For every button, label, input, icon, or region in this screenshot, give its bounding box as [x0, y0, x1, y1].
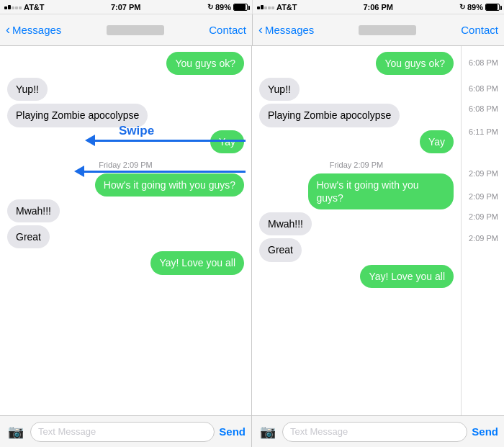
bubble: Yay — [420, 130, 454, 153]
chat-panel-right: You guys ok? Yup!! Playing Zombie apocol… — [252, 46, 504, 447]
msg-row: Yup!! — [7, 78, 244, 101]
nav-bar: ‹ Messages Contact ‹ Messages Contact — [0, 14, 504, 46]
bubble: Yay! Love you all — [360, 265, 454, 288]
bubble: Great — [259, 238, 302, 261]
send-button-left[interactable]: Send — [219, 425, 246, 438]
bubble: Great — [7, 225, 50, 248]
text-input-placeholder-right: Text Message — [290, 426, 348, 437]
timestamp: 2:09 PM — [464, 207, 501, 226]
battery-label-right: 89% — [467, 3, 483, 12]
input-bar-right: 📷 Text Message Send — [252, 415, 504, 447]
send-button-right[interactable]: Send — [472, 425, 498, 438]
msg-row: Playing Zombie apocolypse — [259, 104, 454, 127]
text-input-right[interactable]: Text Message — [282, 422, 467, 442]
back-label-left: Messages — [12, 24, 61, 36]
msg-row: How's it going with you guys? — [259, 173, 454, 209]
msg-row: Yay — [259, 130, 454, 153]
input-bar-left: 📷 Text Message Send — [0, 415, 251, 447]
bubble: Playing Zombie apocolypse — [7, 104, 148, 127]
bubble: Yay! Love you all — [150, 251, 244, 274]
msg-row: Yay! Love you all — [259, 265, 454, 288]
timestamp: 6:08 PM — [464, 99, 501, 118]
contact-name-blur-left — [107, 25, 164, 35]
bubble: You guys ok? — [166, 52, 244, 75]
status-left: AT&T 7:07 PM ↻ 89% — [0, 0, 252, 14]
camera-icon-right[interactable]: 📷 — [258, 422, 278, 442]
timestamp: 6:11 PM — [464, 122, 501, 141]
back-button-right[interactable]: ‹ Messages — [258, 22, 314, 37]
signal-icon-right — [257, 5, 274, 9]
time-left: 7:07 PM — [111, 3, 141, 12]
msg-row: Playing Zombie apocolypse — [7, 104, 244, 127]
camera-icon-left[interactable]: 📷 — [6, 422, 26, 442]
time-right: 7:06 PM — [363, 3, 393, 12]
bubble: You guys ok? — [376, 52, 454, 75]
messages-left: You guys ok? Yup!! Playing Zombie apocol… — [0, 46, 251, 415]
contact-button-right[interactable]: Contact — [461, 24, 498, 36]
main-area: Swipe You guys ok? Yup!! Playing Zombie … — [0, 46, 504, 447]
battery-label-left: 89% — [215, 3, 231, 12]
status-right: AT&T 7:06 PM ↻ 89% — [252, 0, 504, 14]
msg-row: You guys ok? — [259, 52, 454, 75]
timestamp: 2:09 PM — [464, 187, 501, 206]
timestamp: 6:08 PM — [464, 53, 501, 72]
bubble: Playing Zombie apocolypse — [259, 104, 400, 127]
timestamp: 2:09 PM — [464, 229, 501, 248]
timestamp: 6:08 PM — [464, 79, 501, 98]
bluetooth-icon-right: ↻ — [459, 3, 465, 11]
timestamp-spacer — [464, 141, 501, 158]
signal-icon — [4, 5, 22, 9]
timestamps-panel: 6:08 PM 6:08 PM 6:08 PM 6:11 PM 2:09 PM … — [461, 46, 504, 415]
contact-button-left[interactable]: Contact — [209, 24, 246, 36]
battery-icon-right — [485, 4, 500, 11]
bubble: Mwah!!! — [259, 212, 312, 235]
msg-row: Great — [7, 225, 244, 248]
contact-name-blur-right — [359, 25, 416, 35]
back-label-right: Messages — [265, 24, 314, 36]
status-right-carrier: AT&T — [257, 3, 297, 12]
bubble: How's it going with you guys? — [95, 173, 244, 197]
status-right-icons-right: ↻ 89% — [459, 3, 500, 12]
carrier-right: AT&T — [276, 3, 297, 12]
date-label: Friday 2:09 PM — [7, 161, 244, 169]
status-bar: AT&T 7:07 PM ↻ 89% AT&T 7:06 PM ↻ 89% — [0, 0, 504, 14]
status-right-icons-left: ↻ 89% — [207, 3, 248, 12]
msg-row: How's it going with you guys? — [7, 173, 244, 197]
carrier-left: AT&T — [24, 3, 45, 12]
bluetooth-icon-left: ↻ — [207, 3, 213, 11]
chevron-left-icon: ‹ — [6, 22, 10, 37]
bubble: Yup!! — [259, 78, 300, 101]
bubble: Mwah!!! — [7, 199, 60, 222]
bubble: Yay — [210, 130, 244, 153]
msg-row: Mwah!!! — [7, 199, 244, 222]
msg-row: Great — [259, 238, 454, 261]
status-left-carrier: AT&T — [4, 3, 45, 12]
chat-panel-left: Swipe You guys ok? Yup!! Playing Zombie … — [0, 46, 252, 447]
msg-row: Yup!! — [259, 78, 454, 101]
chevron-right-icon: ‹ — [258, 22, 263, 37]
msg-row: Yay! Love you all — [7, 251, 244, 274]
text-input-left[interactable]: Text Message — [30, 422, 215, 442]
messages-right: You guys ok? Yup!! Playing Zombie apocol… — [252, 46, 461, 415]
date-label-right: Friday 2:09 PM — [259, 161, 454, 169]
text-input-placeholder-left: Text Message — [38, 426, 96, 437]
msg-row: Yay — [7, 130, 244, 153]
nav-right: ‹ Messages Contact — [252, 14, 504, 45]
timestamp: 2:09 PM — [464, 164, 501, 183]
msg-row: You guys ok? — [7, 52, 244, 75]
back-button-left[interactable]: ‹ Messages — [6, 22, 61, 37]
nav-left: ‹ Messages Contact — [0, 14, 252, 45]
battery-icon-left — [233, 4, 248, 11]
bubble: How's it going with you guys? — [308, 173, 454, 209]
bubble: Yup!! — [7, 78, 48, 101]
msg-row: Mwah!!! — [259, 212, 454, 235]
